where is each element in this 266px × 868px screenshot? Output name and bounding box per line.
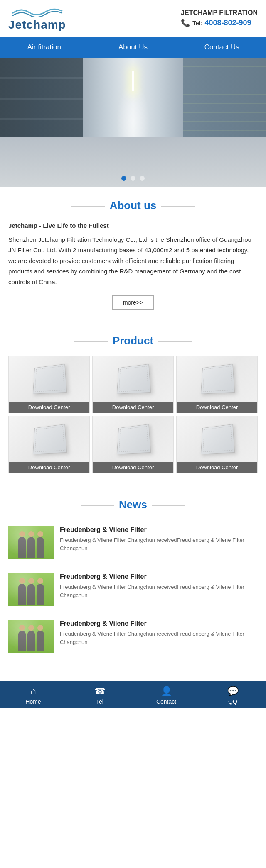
person-silhouette-9 — [37, 631, 44, 651]
product-card-3[interactable]: Download Center — [176, 356, 258, 413]
product-label-4: Download Center — [9, 462, 89, 473]
product-title: Product — [8, 334, 258, 347]
product-image-5 — [93, 416, 173, 462]
news-title: News — [8, 498, 258, 511]
news-item-1[interactable]: Freudenberg & Vilene Filter Freudenberg … — [8, 519, 258, 566]
footer-nav-contact[interactable]: Contact — [133, 686, 200, 705]
product-image-2 — [93, 356, 173, 402]
product-label-2: Download Center — [93, 402, 173, 413]
news-thumb-2 — [8, 573, 54, 606]
news-title-1: Freudenberg & Vilene Filter — [60, 526, 258, 534]
contact-area: JETCHAMP FILTRATION 📞 Tel: 4008-802-909 — [181, 9, 258, 27]
news-section: News Freudenberg & Vilene Filter Freuden… — [0, 486, 266, 673]
product-grid: Download Center Download Center Download… — [8, 356, 258, 473]
tel-label: Tel: — [192, 20, 202, 27]
filter-shape-icon-3 — [201, 364, 235, 394]
person-silhouette-5 — [27, 584, 35, 605]
person-silhouette-6 — [37, 584, 44, 605]
news-item-3[interactable]: Freudenberg & Vilene Filter Freudenberg … — [8, 613, 258, 660]
footer-nav-tel[interactable]: Tel — [66, 686, 133, 705]
news-content-1: Freudenberg & Vilene Filter Freudenberg … — [60, 526, 258, 552]
news-thumb-inner-1 — [8, 526, 54, 559]
news-thumb-1 — [8, 526, 54, 559]
hero-banner — [0, 58, 266, 187]
product-label-6: Download Center — [177, 462, 257, 473]
news-list: Freudenberg & Vilene Filter Freudenberg … — [8, 519, 258, 660]
news-desc-3: Freudenberg & Vilene Filter Changchun re… — [60, 630, 258, 646]
news-title-3: Freudenberg & Vilene Filter — [60, 620, 258, 627]
contact-icon — [161, 686, 172, 697]
person-silhouette-7 — [18, 631, 26, 651]
news-content-2: Freudenberg & Vilene Filter Freudenberg … — [60, 573, 258, 599]
logo-waves-icon — [8, 5, 66, 17]
footer-nav-home[interactable]: Home — [0, 686, 66, 705]
product-label-1: Download Center — [9, 402, 89, 413]
person-silhouette-1 — [18, 537, 26, 558]
footer-nav-qq[interactable]: QQ — [200, 686, 266, 705]
news-item-2[interactable]: Freudenberg & Vilene Filter Freudenberg … — [8, 566, 258, 613]
qq-icon — [227, 686, 239, 697]
product-section: Product Download Center Download Center … — [0, 322, 266, 486]
company-name: JETCHAMP FILTRATION — [181, 9, 258, 17]
carousel-dot-1[interactable] — [121, 176, 126, 181]
product-card-6[interactable]: Download Center — [176, 416, 258, 473]
logo-area: Jetchamp — [8, 5, 66, 32]
nav-item-contact-us[interactable]: Contact Us — [177, 37, 266, 58]
nav-item-air-filtration[interactable]: Air fitration — [0, 37, 89, 58]
filter-shape-icon-4 — [33, 424, 67, 454]
news-desc-2: Freudenberg & Vilene Filter Changchun re… — [60, 583, 258, 599]
phone-icon: 📞 — [181, 18, 190, 27]
person-silhouette-3 — [37, 537, 44, 558]
nav-item-about-us[interactable]: About Us — [89, 37, 178, 58]
product-card-1[interactable]: Download Center — [8, 356, 90, 413]
news-content-3: Freudenberg & Vilene Filter Freudenberg … — [60, 620, 258, 646]
about-title: About us — [8, 199, 258, 212]
footer-label-qq: QQ — [228, 698, 237, 705]
filter-shape-icon-5 — [117, 424, 151, 454]
product-image-6 — [177, 416, 257, 462]
more-button[interactable]: more>> — [112, 295, 154, 310]
product-image-3 — [177, 356, 257, 402]
carousel-dot-3[interactable] — [140, 176, 145, 181]
person-silhouette-4 — [18, 584, 26, 605]
product-label-3: Download Center — [177, 402, 257, 413]
news-thumb-inner-2 — [8, 573, 54, 606]
news-desc-1: Freudenberg & Vilene Filter Changchun re… — [60, 536, 258, 552]
hero-corridor — [0, 58, 266, 187]
person-silhouette-8 — [27, 631, 35, 651]
footer-label-contact: Contact — [156, 698, 176, 705]
header: Jetchamp JETCHAMP FILTRATION 📞 Tel: 4008… — [0, 0, 266, 37]
person-silhouette-2 — [27, 537, 35, 558]
about-tagline: Jetchamp - Live Life to the Fullest — [8, 220, 258, 231]
news-thumb-3 — [8, 620, 54, 653]
footer-label-tel: Tel — [96, 698, 103, 705]
tel-icon — [94, 686, 106, 697]
carousel-dot-2[interactable] — [131, 176, 135, 181]
product-card-2[interactable]: Download Center — [92, 356, 174, 413]
filter-shape-icon-6 — [201, 424, 235, 454]
logo-text: Jetchamp — [8, 18, 66, 32]
footer-nav: Home Tel Contact QQ — [0, 681, 266, 708]
product-label-5: Download Center — [93, 462, 173, 473]
product-card-5[interactable]: Download Center — [92, 416, 174, 473]
product-image-1 — [9, 356, 89, 402]
phone-row: 📞 Tel: 4008-802-909 — [181, 18, 258, 27]
about-body: Shenzhen Jetchamp Filtration Technology … — [8, 236, 251, 285]
news-title-2: Freudenberg & Vilene Filter — [60, 573, 258, 580]
product-image-4 — [9, 416, 89, 462]
home-icon — [30, 686, 36, 697]
about-section: About us Jetchamp - Live Life to the Ful… — [0, 187, 266, 322]
product-card-4[interactable]: Download Center — [8, 416, 90, 473]
filter-shape-icon-1 — [33, 364, 67, 394]
about-text: Jetchamp - Live Life to the Fullest Shen… — [8, 220, 258, 287]
news-thumb-inner-3 — [8, 620, 54, 653]
hero-lamp — [132, 71, 134, 91]
footer-label-home: Home — [25, 698, 41, 705]
filter-shape-icon-2 — [117, 364, 151, 394]
tel-number: 4008-802-909 — [204, 19, 251, 27]
carousel-dots — [121, 176, 145, 181]
main-nav: Air fitration About Us Contact Us — [0, 37, 266, 58]
